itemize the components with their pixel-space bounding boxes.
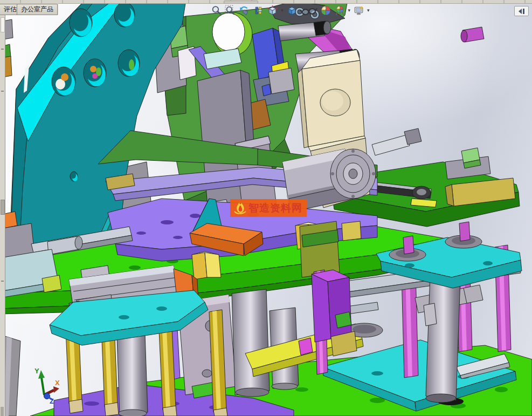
left-panel-scroll-bottom[interactable]: [1, 407, 4, 416]
left-panel-splitter-handle[interactable]: [1, 200, 5, 215]
commandmanager-tab-bar: 评估 办公室产品: [0, 3, 58, 15]
reference-triad: Y X Z: [24, 365, 67, 408]
view-settings-dropdown[interactable]: ▾: [367, 5, 370, 16]
heads-up-view-toolbar: ▾ ▾ ▾: [211, 5, 370, 16]
left-panel-scroll-top[interactable]: [1, 17, 5, 32]
left-panel-tick: [1, 91, 4, 92]
edit-appearance-icon[interactable]: [320, 5, 331, 16]
solidworks-window: 评估 办公室产品 ▾: [0, 0, 532, 416]
watermark: 智造资料网: [230, 199, 307, 217]
section-view-icon[interactable]: [253, 5, 264, 16]
collapse-task-pane-button[interactable]: [514, 6, 529, 16]
zoom-to-area-icon[interactable]: [225, 5, 236, 16]
apply-scene-icon[interactable]: [334, 5, 346, 16]
left-panel-edge[interactable]: [0, 15, 5, 416]
triad-x-label: X: [55, 379, 60, 387]
triad-z-label: Z: [50, 397, 54, 405]
view-settings-icon[interactable]: [353, 5, 364, 16]
watermark-text: 智造资料网: [248, 201, 302, 215]
hide-show-items-icon[interactable]: [300, 5, 317, 16]
view-orientation-icon[interactable]: [267, 5, 278, 16]
toolbar-drag-handle[interactable]: [224, 1, 258, 4]
zoom-to-fit-icon[interactable]: [211, 5, 222, 16]
left-panel-tick: [1, 49, 4, 50]
collapse-task-pane-icon: [517, 8, 526, 15]
left-panel-tick: [1, 281, 4, 282]
view-orientation-dropdown[interactable]: ▾: [281, 5, 284, 16]
top-toolbar-strip: [0, 0, 532, 4]
triad-y-label: Y: [34, 367, 39, 375]
tab-office-products[interactable]: 办公室产品: [17, 4, 58, 15]
watermark-logo-icon: [232, 201, 248, 216]
previous-view-icon[interactable]: [239, 5, 250, 16]
display-style-icon[interactable]: [286, 5, 298, 16]
apply-scene-dropdown[interactable]: ▾: [348, 5, 351, 16]
